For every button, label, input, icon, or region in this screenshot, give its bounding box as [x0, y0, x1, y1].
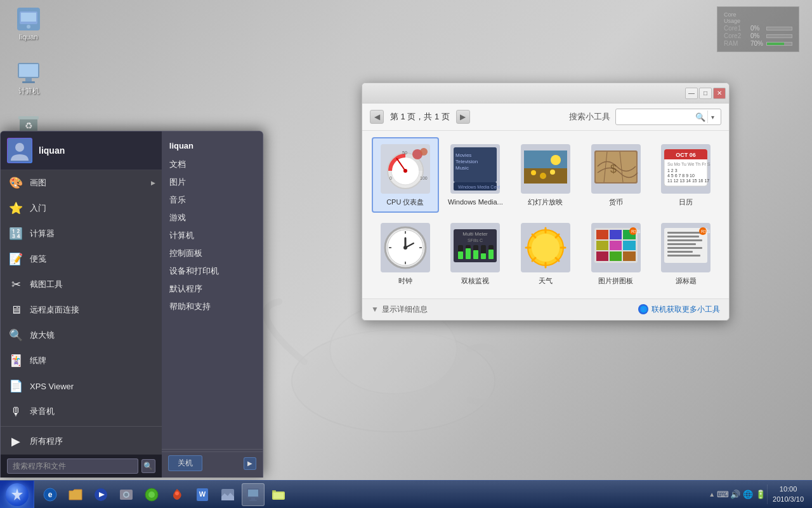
- gadget-slideshow-icon: [520, 144, 571, 194]
- right-item-default[interactable]: 默认程序: [162, 280, 263, 298]
- svg-rect-113: [667, 255, 700, 257]
- taskbar-mediaplayer-button[interactable]: [89, 483, 112, 506]
- svg-text:SFills C: SFills C: [468, 238, 483, 243]
- svg-point-127: [148, 491, 155, 498]
- show-details-button[interactable]: ▼ 显示详细信息: [371, 304, 428, 315]
- start-button[interactable]: [0, 481, 34, 509]
- tray-battery-icon[interactable]: 🔋: [755, 489, 766, 500]
- right-item-control[interactable]: 控制面板: [162, 244, 263, 262]
- taskbar-folder-button[interactable]: [64, 483, 87, 506]
- start-item-snip[interactable]: ✂ 截图工具: [1, 272, 162, 297]
- gadget-weather-label: 天气: [539, 276, 553, 285]
- taskbar-word-button[interactable]: W: [191, 483, 214, 506]
- recorder-icon: 🎙: [7, 403, 25, 420]
- start-search-button[interactable]: 🔍: [141, 459, 155, 473]
- start-item-paint[interactable]: 🎨 画图: [1, 170, 162, 196]
- tray-volume-icon[interactable]: 🔊: [730, 489, 741, 500]
- svg-point-66: [403, 246, 407, 250]
- start-item-allprograms[interactable]: ▶ 所有程序: [1, 429, 162, 454]
- svg-rect-94: [596, 230, 608, 239]
- start-search-input[interactable]: [7, 458, 138, 474]
- gadget-dual-core-icon: Multi Meter SFills C: [450, 222, 501, 273]
- taskbar-photo-button[interactable]: [115, 483, 138, 506]
- gadgets-minimize-button[interactable]: —: [685, 88, 698, 99]
- gadgets-maximize-button[interactable]: □: [699, 88, 712, 99]
- gadget-weather[interactable]: 天气: [512, 216, 579, 291]
- right-item-docs[interactable]: 文档: [162, 156, 263, 173]
- computer-r-label: 计算机: [169, 230, 194, 241]
- gadget-weather-icon: [520, 222, 571, 273]
- gadget-puzzle[interactable]: RSS 图片拼图板: [582, 216, 650, 291]
- gadget-feed-headlines[interactable]: RSS 源标题: [652, 216, 719, 291]
- svg-rect-134: [251, 498, 255, 500]
- svg-point-39: [551, 155, 561, 165]
- shutdown-arrow-button[interactable]: ▶: [244, 457, 256, 470]
- clock-date: 2010/3/10: [773, 495, 804, 504]
- taskbar-folder2-button[interactable]: [267, 483, 290, 506]
- svg-text:Windows Media Center: Windows Media Center: [458, 185, 500, 189]
- gadgets-window: — □ ✕ ◀ 第 1 页，共 1 页 ▶ 搜索小工具 🔍 ▾: [362, 83, 730, 321]
- svg-rect-78: [481, 253, 486, 259]
- svg-rect-102: [623, 251, 636, 261]
- start-item-magnify[interactable]: 🔍 放大镜: [1, 323, 162, 348]
- start-item-rdp[interactable]: 🖥 远程桌面连接: [1, 297, 162, 323]
- gadget-dual-core[interactable]: Multi Meter SFills C: [442, 216, 509, 291]
- ram-fill: [767, 43, 784, 45]
- online-link-label: 联机获取更多小工具: [652, 304, 720, 315]
- tray-keyboard-icon[interactable]: ⌨: [717, 489, 728, 500]
- svg-rect-108: [667, 236, 699, 237]
- gadgets-search-label: 搜索小工具: [569, 111, 610, 123]
- gadget-calendar[interactable]: OCT 06 Su Mo Tu We Th Fr Sa 1 2 3 4 5 6 …: [652, 137, 719, 213]
- gadget-currency[interactable]: $ 货币: [582, 137, 650, 213]
- right-item-pics[interactable]: 图片: [162, 173, 263, 191]
- gadgets-search-icon[interactable]: 🔍: [695, 112, 705, 122]
- right-item-devices[interactable]: 设备和打印机: [162, 262, 263, 280]
- notes-label: 便笺: [30, 253, 46, 265]
- start-item-notes[interactable]: 📝 便笺: [1, 246, 162, 272]
- taskbar-bird-button[interactable]: [166, 483, 188, 506]
- start-item-solitaire[interactable]: 🃏 纸牌: [1, 348, 162, 373]
- tray-network-icon[interactable]: 🌐: [742, 489, 754, 500]
- online-link-button[interactable]: 🌐 联机获取更多小工具: [638, 304, 720, 315]
- magnify-icon: 🔍: [7, 326, 25, 344]
- gadgets-search-input[interactable]: [619, 112, 695, 121]
- gadgets-close-button[interactable]: ✕: [713, 88, 726, 99]
- right-item-help[interactable]: 帮助和支持: [162, 298, 263, 316]
- rdp-icon: 🖥: [7, 301, 25, 319]
- gadget-slideshow[interactable]: 幻灯片放映: [512, 137, 579, 213]
- start-item-calc[interactable]: 🔢 计算器: [1, 221, 162, 246]
- svg-rect-13: [25, 78, 32, 81]
- taskbar-ie-button[interactable]: e: [39, 483, 62, 506]
- start-search: 🔍: [1, 454, 162, 478]
- gadget-windows-media[interactable]: Movies Television Music Windows Media Ce…: [442, 137, 509, 213]
- gadgets-search-dropdown[interactable]: ▾: [707, 110, 717, 123]
- svg-rect-112: [667, 251, 693, 253]
- gadgets-prev-button[interactable]: ◀: [370, 110, 384, 124]
- svg-text:♻: ♻: [25, 121, 33, 131]
- start-item-intro[interactable]: ⭐ 入门: [1, 196, 162, 221]
- start-item-xps[interactable]: 📄 XPS Viewer: [1, 373, 162, 399]
- taskbar-connect-button[interactable]: [242, 483, 265, 506]
- tray-show-hidden-button[interactable]: ▲: [707, 491, 716, 498]
- taskbar-picture2-button[interactable]: [216, 483, 239, 506]
- start-item-recorder[interactable]: 🎙 录音机: [1, 399, 162, 424]
- gadgets-next-button[interactable]: ▶: [456, 110, 470, 124]
- svg-text:e: e: [48, 490, 53, 499]
- gadget-clock[interactable]: 时钟: [372, 216, 439, 291]
- desktop-icon-liquan[interactable]: liquan: [6, 6, 51, 41]
- core2-bar: [766, 34, 792, 38]
- taskbar-browser2-button[interactable]: [140, 483, 163, 506]
- gadget-puzzle-label: 图片拼图板: [598, 276, 633, 285]
- desktop-icon-computer[interactable]: 计算机: [6, 60, 51, 95]
- paint-icon: 🎨: [7, 174, 25, 192]
- right-item-music[interactable]: 音乐: [162, 191, 263, 209]
- right-item-computer[interactable]: 计算机: [162, 227, 263, 244]
- clock-area[interactable]: 10:00 2010/3/10: [767, 485, 809, 504]
- gadget-cpu-meter[interactable]: 0 50 100 CPU 仪表盘: [372, 137, 439, 213]
- calc-icon: 🔢: [7, 225, 25, 243]
- svg-text:RSS: RSS: [701, 229, 710, 234]
- shutdown-button[interactable]: 关机: [168, 455, 202, 471]
- right-item-games[interactable]: 游戏: [162, 209, 263, 227]
- gadget-windows-media-label: Windows Media...: [448, 197, 503, 206]
- shutdown-bar: 关机 ▶: [162, 451, 263, 474]
